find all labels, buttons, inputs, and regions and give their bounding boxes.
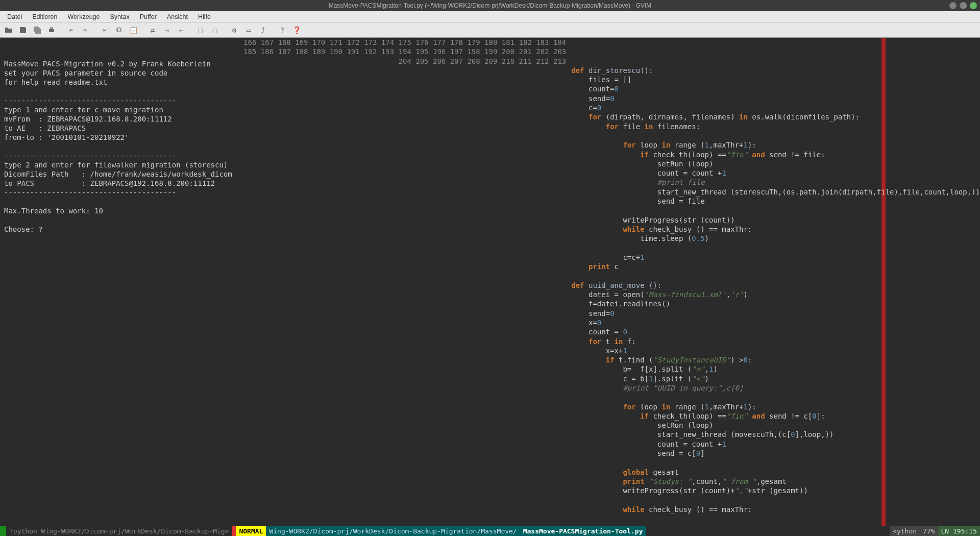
- save-icon[interactable]: [16, 24, 30, 36]
- close-icon[interactable]: ×: [970, 2, 977, 9]
- session-load-icon[interactable]: ⬚: [194, 24, 207, 36]
- find-prev-icon[interactable]: ←: [175, 24, 188, 36]
- status-spacer: [646, 526, 890, 536]
- find-next-icon[interactable]: →: [160, 24, 174, 36]
- line-number-gutter: 166 167 168 169 170 171 172 173 174 175 …: [232, 38, 569, 526]
- undo-icon[interactable]: ↶: [64, 24, 78, 36]
- status-filetype: <ython: [890, 526, 920, 536]
- status-indicator: [0, 526, 6, 536]
- menu-hilfe[interactable]: Hilfe: [193, 12, 216, 21]
- shell-icon[interactable]: ▭: [242, 24, 255, 36]
- help-icon[interactable]: ?: [276, 24, 289, 36]
- open-icon[interactable]: [2, 24, 15, 36]
- make-icon[interactable]: ⚙: [228, 24, 241, 36]
- redo-icon[interactable]: ↷: [79, 24, 92, 36]
- menu-datei[interactable]: Datei: [2, 12, 27, 21]
- window-titlebar: MassMove-PACSMigration-Tool.py (~/Wing-W…: [0, 0, 980, 11]
- session-save-icon[interactable]: ⬚: [208, 24, 222, 36]
- menu-syntax[interactable]: Syntax: [105, 12, 135, 21]
- status-command: !python Wing-WORK2/Dicom-prj/WorkDesk/Di…: [6, 526, 232, 536]
- code-editor[interactable]: def dir_storescu(): files = [] count=0 s…: [569, 38, 980, 526]
- terminal-pane[interactable]: MassMove PACS-Migration v0.2 by Frank Ko…: [0, 38, 232, 526]
- status-percent: 77%: [920, 526, 938, 536]
- menu-ansicht[interactable]: Ansicht: [162, 12, 193, 21]
- status-sep-red: [232, 526, 236, 536]
- menu-editieren[interactable]: Editieren: [27, 12, 62, 21]
- status-bar: !python Wing-WORK2/Dicom-prj/WorkDesk/Di…: [0, 526, 980, 536]
- cut-icon[interactable]: ✂: [98, 24, 111, 36]
- status-filename: MassMove-PACSMigration-Tool.py: [520, 526, 646, 536]
- toolbar: ↶ ↷ ✂ ⧉ 📋 ⇄ → ← ⬚ ⬚ ⚙ ▭ ⤴ ? ❓: [0, 22, 980, 38]
- maximize-icon[interactable]: ▢: [960, 2, 967, 9]
- print-icon[interactable]: [45, 24, 58, 36]
- menubar: Datei Editieren Werkzeuge Syntax Puffer …: [0, 11, 980, 22]
- window-title: MassMove-PACSMigration-Tool.py (~/Wing-W…: [329, 2, 652, 9]
- svg-rect-1: [50, 27, 53, 29]
- menu-puffer[interactable]: Puffer: [135, 12, 162, 21]
- svg-rect-0: [49, 29, 54, 32]
- find-help-icon[interactable]: ❓: [290, 24, 303, 36]
- copy-icon[interactable]: ⧉: [112, 24, 126, 36]
- window-controls: − ▢ ×: [949, 2, 977, 9]
- code-pane[interactable]: 166 167 168 169 170 171 172 173 174 175 …: [232, 38, 980, 526]
- minimize-icon[interactable]: −: [949, 2, 957, 9]
- menu-werkzeuge[interactable]: Werkzeuge: [63, 12, 105, 21]
- paste-icon[interactable]: 📋: [127, 24, 140, 36]
- save-all-icon[interactable]: [31, 24, 44, 36]
- editor-area: MassMove PACS-Migration v0.2 by Frank Ko…: [0, 38, 980, 526]
- status-line-col: LN 195:15: [938, 526, 980, 536]
- replace-icon[interactable]: ⇄: [146, 24, 159, 36]
- status-path: Wing-WORK2/Dicom-prj/WorkDesk/Dicom-Back…: [266, 526, 520, 536]
- status-mode: NORMAL: [236, 526, 266, 536]
- tag-jump-icon[interactable]: ⤴: [256, 24, 270, 36]
